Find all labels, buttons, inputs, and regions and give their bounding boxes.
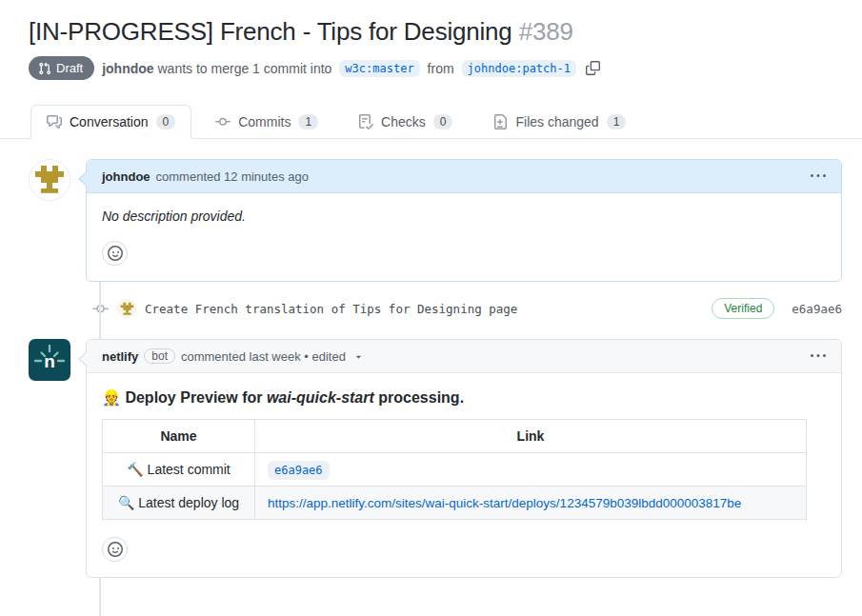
smiley-icon xyxy=(108,246,123,261)
pr-meta-sentence: johndoe wants to merge 1 commit into xyxy=(102,61,331,76)
pr-meta-row: Draft johndoe wants to merge 1 commit in… xyxy=(29,56,862,80)
comment-box: johndoe commented 12 minutes ago No desc… xyxy=(86,159,842,282)
deploy-info-table: Name Link 🔨 Latest commit e6a9ae6 🔍 Late… xyxy=(102,419,807,520)
site-name: wai-quick-start xyxy=(267,389,374,406)
tab-checks[interactable]: Checks 0 xyxy=(342,105,469,139)
no-description-text: No description provided. xyxy=(102,209,826,224)
avatar[interactable] xyxy=(29,159,70,201)
kebab-horizontal-icon xyxy=(811,348,826,364)
svg-text:n: n xyxy=(44,351,55,371)
comment-options-button[interactable] xyxy=(811,348,826,364)
smiley-icon xyxy=(108,542,123,557)
file-diff-icon xyxy=(492,114,508,129)
commit-meta: Verified e6a9ae6 xyxy=(712,298,842,319)
comment-timestamp[interactable]: commented 12 minutes ago xyxy=(156,169,309,184)
tab-checks-count: 0 xyxy=(433,114,453,129)
tab-commits-label: Commits xyxy=(238,114,291,129)
comment-options-button[interactable] xyxy=(811,169,826,184)
deploy-preview-heading: 👷 Deploy Preview for wai-quick-start pro… xyxy=(102,388,826,407)
comment-body: 👷 Deploy Preview for wai-quick-start pro… xyxy=(87,373,841,577)
table-row: 🔨 Latest commit e6a9ae6 xyxy=(103,453,807,487)
tab-files-changed[interactable]: Files changed 1 xyxy=(476,105,642,139)
copy-icon xyxy=(586,61,600,75)
comment-box: netlify bot commented last week • edited… xyxy=(86,339,842,578)
commit-timeline-item: Create French translation of Tips for De… xyxy=(92,298,842,319)
tab-conversation-label: Conversation xyxy=(70,114,149,129)
comment-timestamp[interactable]: commented last week • edited xyxy=(181,349,346,364)
tab-commits[interactable]: Commits 1 xyxy=(199,105,334,139)
hammer-icon: 🔨 xyxy=(127,462,143,477)
add-reaction-button[interactable] xyxy=(102,241,128,266)
tab-conversation-count: 0 xyxy=(156,114,176,129)
latest-deploy-log-label: Latest deploy log xyxy=(134,495,239,510)
kebab-horizontal-icon xyxy=(811,169,826,184)
git-pull-request-icon xyxy=(38,62,51,75)
tab-conversation[interactable]: Conversation 0 xyxy=(30,105,191,139)
comment-body: No description provided. xyxy=(87,193,841,281)
table-header-row: Name Link xyxy=(103,420,807,453)
pull-request-page: [IN-PROGRESS] French - Tips for Designin… xyxy=(0,17,862,616)
chevron-down-icon[interactable] xyxy=(353,351,364,362)
magnifier-icon: 🔍 xyxy=(118,495,134,510)
latest-commit-cell: 🔨 Latest commit xyxy=(103,453,255,487)
draft-status-badge: Draft xyxy=(29,56,94,80)
add-reaction-button[interactable] xyxy=(102,537,128,562)
heading-text: Deploy Preview for xyxy=(121,389,267,406)
tab-commits-count: 1 xyxy=(298,114,318,129)
commit-sha-chip-link[interactable]: e6a9ae6 xyxy=(268,461,330,480)
copy-branch-button[interactable] xyxy=(586,61,600,75)
draft-label: Draft xyxy=(56,61,83,75)
comment-caret-fill xyxy=(80,351,89,367)
comment-caret-fill xyxy=(80,171,89,187)
worker-emoji: 👷 xyxy=(102,389,121,406)
deploy-log-link[interactable]: https://app.netlify.com/sites/wai-quick-… xyxy=(268,496,741,510)
pr-title-text: [IN-PROGRESS] French - Tips for Designin… xyxy=(29,17,512,46)
latest-commit-label: Latest commit xyxy=(144,462,231,477)
head-branch-label[interactable]: johndoe:patch-1 xyxy=(462,60,576,77)
pr-number: #389 xyxy=(519,17,573,46)
tab-checks-label: Checks xyxy=(381,114,426,129)
comment-netlify: n netlify bot commented last week • edit… xyxy=(86,339,842,578)
name-column-header: Name xyxy=(103,420,255,453)
netlify-logo: n xyxy=(29,339,70,381)
tab-files-changed-count: 1 xyxy=(607,114,627,129)
commit-message-link[interactable]: Create French translation of Tips for De… xyxy=(145,302,517,316)
heading-text-end: processing. xyxy=(374,389,464,406)
comment-header: johndoe commented 12 minutes ago xyxy=(87,160,841,193)
latest-deploy-log-cell: 🔍 Latest deploy log xyxy=(103,487,255,520)
from-text: from xyxy=(428,61,454,76)
pr-tab-bar: Conversation 0 Commits 1 Checks 0 Files … xyxy=(0,105,862,139)
comment-author-link[interactable]: netlify xyxy=(102,349,138,364)
page-title: [IN-PROGRESS] French - Tips for Designin… xyxy=(29,17,833,47)
comment-header: netlify bot commented last week • edited xyxy=(87,340,841,373)
comment-discussion-icon xyxy=(47,114,62,129)
bot-badge: bot xyxy=(144,348,175,364)
comment-johndoe: johndoe commented 12 minutes ago No desc… xyxy=(86,159,842,282)
pr-author-link[interactable]: johndoe xyxy=(102,61,153,76)
latest-commit-link-cell: e6a9ae6 xyxy=(255,453,807,487)
commit-sha-link[interactable]: e6a9ae6 xyxy=(792,302,842,316)
comment-author-link[interactable]: johndoe xyxy=(102,169,150,184)
checklist-icon xyxy=(358,114,373,129)
base-branch-label[interactable]: w3c:master xyxy=(339,60,419,77)
avatar[interactable]: n xyxy=(29,339,70,381)
verified-badge[interactable]: Verified xyxy=(712,298,774,319)
deploy-log-link-cell: https://app.netlify.com/sites/wai-quick-… xyxy=(255,487,807,520)
table-row: 🔍 Latest deploy log https://app.netlify.… xyxy=(103,487,807,520)
commit-author-avatar[interactable] xyxy=(117,299,136,318)
tab-files-changed-label: Files changed xyxy=(515,114,598,129)
pr-action-text: wants to merge 1 commit into xyxy=(158,61,332,76)
git-commit-icon xyxy=(215,114,231,129)
johndoe-identicon xyxy=(29,159,70,201)
link-column-header: Link xyxy=(255,420,807,453)
